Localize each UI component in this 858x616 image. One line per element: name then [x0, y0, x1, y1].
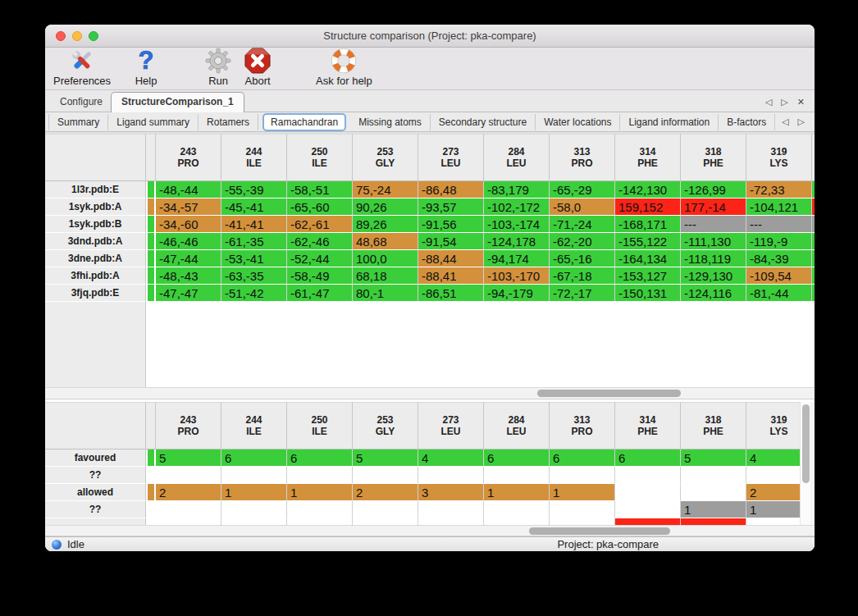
value-cell[interactable]: 177,-14 [681, 198, 746, 216]
value-cell[interactable]: -103,-174 [484, 216, 550, 233]
value-cell[interactable]: -62,-20 [550, 233, 615, 250]
value-cell[interactable]: 6 [550, 449, 615, 467]
value-cell[interactable] [221, 501, 287, 518]
value-cell[interactable]: 2 [156, 484, 221, 501]
vertical-scrollbar[interactable] [800, 402, 810, 525]
value-cell[interactable]: -61,-47 [287, 285, 353, 302]
value-cell[interactable]: 75,-24 [353, 181, 418, 198]
value-cell[interactable] [746, 467, 800, 484]
tab-ramachandran[interactable]: Ramachandran [264, 115, 345, 130]
value-cell[interactable]: -47,-47 [156, 285, 221, 302]
abort-button[interactable]: Abort [240, 46, 275, 88]
value-cell[interactable]: -72,-17 [550, 285, 615, 302]
value-cell[interactable]: -48,-44 [156, 181, 221, 198]
tab-prev-icon[interactable]: ◁ [765, 98, 772, 107]
value-cell[interactable]: 100,0 [353, 250, 418, 267]
value-cell[interactable]: -102,-172 [484, 198, 550, 216]
value-cell[interactable] [615, 501, 681, 518]
value-cell[interactable]: 159,152 [615, 198, 681, 216]
tab-secondary-structure[interactable]: Secondary structure [431, 114, 536, 130]
value-cell[interactable] [484, 467, 550, 484]
value-cell[interactable]: -83,179 [484, 181, 550, 198]
value-cell[interactable] [353, 501, 418, 518]
value-cell[interactable]: 5 [353, 449, 418, 467]
tab-configure[interactable]: Configure [52, 92, 111, 112]
value-cell[interactable]: 2 [353, 484, 418, 501]
minimize-window-button[interactable] [72, 31, 82, 41]
value-cell[interactable]: -124,116 [681, 285, 746, 302]
value-cell[interactable]: -58,-49 [287, 267, 353, 285]
value-cell[interactable] [353, 467, 418, 484]
tab-summary[interactable]: Summary [48, 114, 108, 130]
value-cell[interactable]: -53,-41 [221, 250, 287, 267]
value-cell[interactable]: -91,56 [418, 216, 484, 233]
value-cell[interactable]: -129,130 [681, 267, 746, 285]
value-cell[interactable]: 5 [156, 449, 221, 467]
value-cell[interactable]: -153,127 [615, 267, 681, 285]
value-cell[interactable]: -51,-42 [221, 285, 287, 302]
value-cell[interactable]: -58,-51 [287, 181, 353, 198]
value-cell[interactable]: -111,130 [681, 233, 746, 250]
value-cell[interactable]: -65,-60 [287, 198, 353, 216]
value-cell[interactable]: 80,-1 [353, 285, 418, 302]
value-cell[interactable] [221, 518, 287, 525]
value-cell[interactable]: 1 [746, 501, 800, 518]
tab-rotamers[interactable]: Rotamers [199, 114, 258, 130]
value-cell[interactable]: -103,-170 [484, 267, 550, 285]
value-cell[interactable]: -142,130 [615, 181, 681, 198]
section-tab-next-icon[interactable]: ▷ [798, 116, 805, 127]
value-cell[interactable]: -61,-35 [221, 233, 287, 250]
value-cell[interactable] [418, 518, 484, 525]
scrollbar-thumb[interactable] [529, 527, 670, 535]
section-tab-prev-icon[interactable]: ◁ [782, 116, 788, 127]
value-cell[interactable]: -118,119 [681, 250, 746, 267]
value-cell[interactable]: 68,18 [353, 267, 418, 285]
tab-ligand-summary[interactable]: Ligand summary [108, 114, 199, 130]
value-cell[interactable] [484, 518, 550, 525]
value-cell[interactable]: --- [681, 216, 746, 233]
value-cell[interactable]: -88,44 [418, 250, 484, 267]
value-cell[interactable]: --- [746, 216, 812, 233]
value-cell[interactable]: 5 [681, 449, 746, 467]
run-button[interactable]: Run [201, 46, 235, 88]
value-cell[interactable] [615, 467, 681, 484]
value-cell[interactable]: 1 [550, 484, 615, 501]
value-cell[interactable]: 6 [221, 449, 287, 467]
value-cell[interactable]: 1 [681, 501, 746, 518]
value-cell[interactable]: -104,121 [746, 198, 812, 216]
value-cell[interactable]: -62,-61 [287, 216, 353, 233]
value-cell[interactable]: -63,-35 [221, 267, 287, 285]
value-cell[interactable]: 1 [287, 484, 353, 501]
value-cell[interactable]: -84,-39 [746, 250, 812, 267]
value-cell[interactable]: -88,41 [418, 267, 484, 285]
tab-structurecomparison-1[interactable]: StructureComparison_1 [111, 92, 244, 112]
value-cell[interactable] [550, 518, 615, 525]
value-cell[interactable] [156, 467, 221, 484]
value-cell[interactable]: -150,131 [615, 285, 681, 302]
tab-ligand-information[interactable]: Ligand information [620, 114, 719, 130]
value-cell[interactable]: -58,0 [550, 198, 615, 216]
preferences-button[interactable]: Preferences [50, 46, 114, 88]
value-cell[interactable]: 2 [746, 484, 800, 501]
value-cell[interactable]: 6 [615, 449, 681, 467]
value-cell[interactable]: 6 [287, 449, 353, 467]
value-cell[interactable] [550, 501, 615, 518]
value-cell[interactable]: 89,26 [353, 216, 418, 233]
help-button[interactable]: ? Help [129, 46, 163, 88]
value-cell[interactable] [550, 467, 615, 484]
tab-water-locations[interactable]: Water locations [536, 114, 620, 130]
value-cell[interactable]: -94,-179 [484, 285, 550, 302]
value-cell[interactable] [418, 467, 484, 484]
value-cell[interactable]: -86,51 [418, 285, 484, 302]
value-cell[interactable] [287, 501, 353, 518]
value-cell[interactable]: -93,57 [418, 198, 484, 216]
value-cell[interactable]: -168,171 [615, 216, 681, 233]
value-cell[interactable]: -126,99 [681, 181, 746, 198]
value-cell[interactable]: 1 [484, 484, 550, 501]
value-cell[interactable] [221, 467, 287, 484]
value-cell[interactable] [681, 484, 746, 501]
horizontal-scrollbar-bottom[interactable] [45, 525, 815, 536]
value-cell[interactable]: -72,33 [746, 181, 812, 198]
value-cell[interactable] [615, 518, 681, 525]
value-cell[interactable]: 6 [484, 449, 550, 467]
